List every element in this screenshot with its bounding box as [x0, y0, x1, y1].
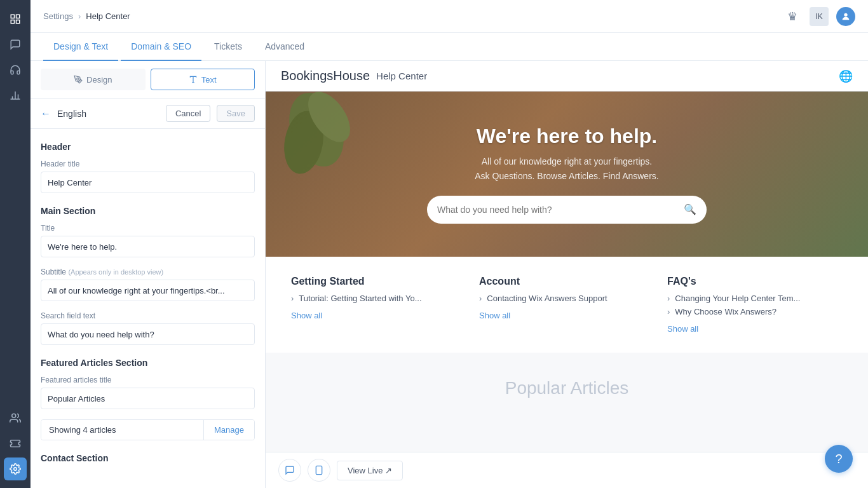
cancel-button[interactable]: Cancel [166, 105, 210, 122]
header-title-label: Header title [41, 159, 255, 168]
save-button[interactable]: Save [217, 105, 255, 122]
topbar: Settings › Help Center ♛ IK [31, 0, 868, 33]
breadcrumb: Settings › Help Center [43, 11, 130, 21]
hero-subtitle: All of our knowledge right at your finge… [427, 154, 707, 183]
tab-advanced[interactable]: Advanced [255, 33, 315, 61]
category-faqs: FAQ's Changing Your Help Center Tem... W… [667, 276, 843, 334]
category-item-2-1: Why Choose Wix Answers? [667, 307, 843, 316]
subtitle-input[interactable] [41, 280, 255, 301]
hero-content: We're here to help. All of our knowledge… [427, 125, 707, 224]
header-title-field: Header title [41, 159, 255, 193]
featured-title-input[interactable] [41, 388, 255, 409]
topbar-actions: ♛ IK [783, 7, 855, 26]
brand-name: BookingsHouse [281, 69, 370, 83]
category-item-2-0: Changing Your Help Center Tem... [667, 294, 843, 303]
title-label: Title [41, 224, 255, 233]
manage-button[interactable]: Manage [203, 420, 254, 440]
title-input[interactable] [41, 236, 255, 257]
svg-point-11 [77, 78, 79, 81]
show-all-2[interactable]: Show all [667, 324, 843, 334]
contact-section: Contact Section [41, 453, 255, 463]
svg-rect-1 [17, 15, 20, 18]
crown-icon[interactable]: ♛ [783, 7, 802, 26]
title-field: Title [41, 224, 255, 257]
mobile-icon-button[interactable] [308, 459, 330, 482]
featured-title-label: Featured articles title [41, 376, 255, 384]
globe-icon[interactable]: 🌐 [839, 69, 853, 83]
category-item-0-0: Tutorial: Getting Started with Yo... [291, 294, 466, 303]
hero-plant-decoration [266, 92, 393, 219]
main-section: Main Section Title Subtitle (Appears onl… [41, 206, 255, 345]
sub-tab-text-label: Text [201, 75, 217, 85]
subtitle-field: Subtitle (Appears only in desktop view) [41, 268, 255, 301]
svg-point-8 [12, 414, 16, 417]
right-preview: BookingsHouse Help Center 🌐 [266, 61, 868, 488]
category-item-1-0: Contacting Wix Answers Support [479, 294, 654, 303]
tab-tickets[interactable]: Tickets [204, 33, 252, 61]
brand-light: House [333, 69, 370, 83]
svg-rect-3 [17, 20, 20, 24]
sidebar-icon-headset[interactable] [4, 58, 27, 81]
sub-tab-text[interactable]: Text [151, 69, 255, 90]
tab-domain-seo[interactable]: Domain & SEO [121, 33, 201, 61]
show-all-1[interactable]: Show all [479, 311, 654, 320]
sidebar-bottom [4, 407, 27, 488]
hero-section: We're here to help. All of our knowledge… [266, 92, 868, 257]
category-title-2: FAQ's [667, 276, 843, 287]
breadcrumb-parent[interactable]: Settings [43, 11, 73, 21]
view-live-button[interactable]: View Live ↗ [337, 461, 403, 480]
hero-subtitle-line2: Ask Questions. Browse Articles. Find Ans… [427, 169, 707, 183]
brand-bold: Bookings [281, 69, 333, 83]
svg-rect-0 [11, 15, 14, 18]
language-header: ← English Cancel Save [31, 98, 265, 129]
sidebar-icon-people[interactable] [4, 407, 27, 430]
lang-back-button[interactable]: ← [41, 108, 51, 119]
featured-section-heading: Featured Articles Section [41, 358, 255, 368]
preview-header: BookingsHouse Help Center 🌐 [266, 61, 868, 92]
hero-subtitle-line1: All of our knowledge right at your finge… [427, 154, 707, 168]
panel-content: Header Header title Main Section Title [31, 129, 265, 488]
tab-design-text[interactable]: Design & Text [43, 33, 118, 61]
search-input[interactable] [41, 323, 255, 345]
sidebar-icon-chat[interactable] [4, 33, 27, 56]
subtitle-note: (Appears only in desktop view) [68, 268, 163, 276]
sidebar-icon-settings[interactable] [4, 458, 27, 480]
sidebar-icon-dashboard[interactable] [4, 8, 27, 30]
tabs-row: Design & Text Domain & SEO Tickets Advan… [31, 33, 868, 61]
search-field: Search field text [41, 311, 255, 345]
language-title: English [57, 109, 159, 119]
hero-search-bar[interactable]: 🔍 [427, 196, 707, 224]
svg-rect-2 [11, 20, 14, 24]
user-initials-badge[interactable]: IK [810, 7, 829, 26]
subtitle-label: Subtitle (Appears only in desktop view) [41, 268, 255, 276]
header-section: Header Header title [41, 142, 255, 193]
help-fab[interactable]: ? [825, 445, 853, 473]
sub-tab-design[interactable]: Design [41, 69, 146, 90]
sidebar-icon-chart[interactable] [4, 84, 27, 107]
breadcrumb-current: Help Center [86, 11, 130, 21]
sidebar-icon-ticket[interactable] [4, 432, 27, 455]
hero-search-input[interactable] [437, 205, 677, 215]
show-all-0[interactable]: Show all [291, 311, 466, 320]
featured-section: Featured Articles Section Featured artic… [41, 358, 255, 440]
preview-brand: BookingsHouse Help Center [281, 69, 427, 83]
category-getting-started: Getting Started Tutorial: Getting Starte… [291, 276, 466, 334]
search-icon: 🔍 [684, 203, 696, 215]
categories-section: Getting Started Tutorial: Getting Starte… [266, 257, 868, 353]
avatar[interactable] [836, 7, 855, 26]
sub-tab-design-label: Design [86, 75, 112, 85]
preview-scroll: We're here to help. All of our knowledge… [266, 92, 868, 452]
svg-rect-17 [316, 466, 322, 474]
category-title-0: Getting Started [291, 276, 466, 287]
main-section-heading: Main Section [41, 206, 255, 216]
body-layout: Design Text ← English Cancel Save [31, 61, 868, 488]
sub-tabs: Design Text [31, 61, 265, 98]
bottom-bar: View Live ↗ [266, 452, 868, 488]
chat-icon-button[interactable] [278, 459, 301, 482]
main-content: Settings › Help Center ♛ IK Design & Tex… [31, 0, 868, 488]
header-title-input[interactable] [41, 172, 255, 193]
contact-section-heading: Contact Section [41, 453, 255, 463]
featured-title-field: Featured articles title [41, 376, 255, 409]
search-label: Search field text [41, 311, 255, 320]
left-panel: Design Text ← English Cancel Save [31, 61, 266, 488]
